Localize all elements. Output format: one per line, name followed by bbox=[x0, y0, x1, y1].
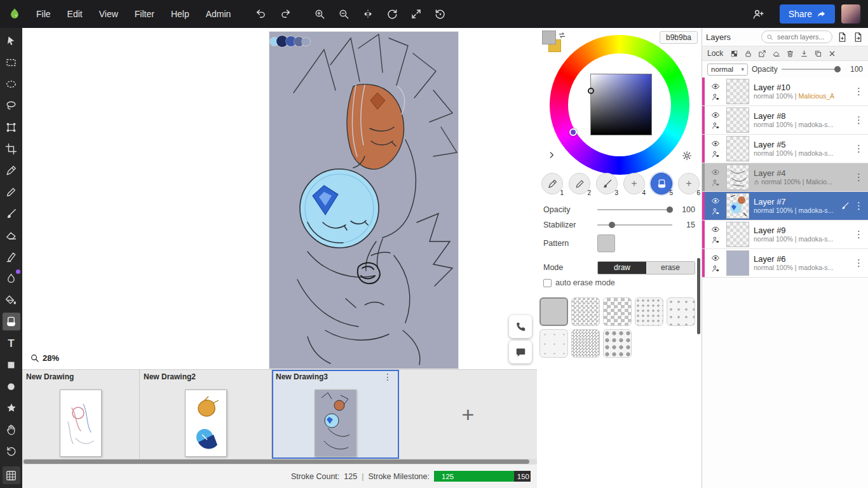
pattern-option-checker[interactable] bbox=[603, 297, 632, 326]
tabs-horizontal-scrollbar[interactable] bbox=[22, 459, 537, 464]
stabilizer-slider[interactable] bbox=[597, 221, 672, 229]
layer-thumbnail[interactable] bbox=[726, 107, 749, 133]
fit-screen-button[interactable] bbox=[407, 4, 426, 24]
layer-others-visibility-icon[interactable] bbox=[712, 207, 720, 215]
layer-thumbnail[interactable] bbox=[726, 79, 749, 104]
lock-transparency-icon[interactable] bbox=[730, 50, 738, 58]
layer-row-10[interactable]: Layer #10 normal 100% |Malicious_A ⋮ bbox=[702, 78, 868, 106]
tab-new-drawing[interactable]: New Drawing bbox=[22, 370, 140, 459]
chat-button[interactable] bbox=[509, 341, 532, 363]
swap-colors-button[interactable] bbox=[558, 30, 566, 42]
brush-slot-2[interactable]: 2 bbox=[569, 173, 590, 194]
clear-layer-icon[interactable] bbox=[772, 50, 780, 58]
merge-down-icon[interactable] bbox=[800, 50, 808, 58]
rectangle-shape-tool[interactable] bbox=[3, 356, 20, 374]
pattern-swatch-button[interactable] bbox=[597, 234, 615, 252]
menu-file[interactable]: File bbox=[28, 0, 59, 28]
voice-call-button[interactable] bbox=[509, 315, 532, 338]
menu-edit[interactable]: Edit bbox=[59, 0, 91, 28]
opacity-slider-knob[interactable] bbox=[667, 207, 673, 213]
auto-erase-checkbox[interactable] bbox=[543, 279, 552, 287]
rotate-view-button[interactable] bbox=[383, 4, 402, 24]
brush-tool[interactable] bbox=[3, 205, 20, 222]
layer-menu-button[interactable]: ⋮ bbox=[850, 229, 868, 240]
drawing-canvas[interactable] bbox=[269, 32, 458, 369]
layer-visibility-icon[interactable] bbox=[711, 168, 720, 177]
layer-visibility-icon[interactable] bbox=[711, 196, 720, 205]
layer-opacity-slider[interactable] bbox=[782, 65, 840, 73]
layer-visibility-icon[interactable] bbox=[711, 82, 720, 91]
eraser-tool[interactable] bbox=[3, 226, 20, 244]
pattern-option-dots-large[interactable] bbox=[603, 329, 632, 358]
layer-thumbnail[interactable] bbox=[726, 165, 749, 190]
delete-layer-icon[interactable] bbox=[786, 50, 794, 58]
layer-menu-button[interactable]: ⋮ bbox=[850, 114, 868, 126]
layer-visibility-icon[interactable] bbox=[711, 111, 720, 119]
zoom-in-button[interactable] bbox=[310, 4, 329, 24]
layer-others-visibility-icon[interactable] bbox=[712, 93, 720, 101]
fill-tool[interactable] bbox=[3, 291, 20, 309]
timeline-button[interactable] bbox=[3, 466, 20, 484]
layer-menu-button[interactable]: ⋮ bbox=[850, 200, 868, 212]
import-layer-button[interactable] bbox=[851, 30, 864, 43]
layer-others-visibility-icon[interactable] bbox=[712, 264, 720, 273]
brush-slot-5[interactable]: 5 bbox=[651, 173, 672, 194]
invite-user-button[interactable] bbox=[749, 4, 768, 24]
layer-thumbnail[interactable] bbox=[726, 222, 749, 247]
layer-row-4[interactable]: Layer #4 normal 100% |Malicio... ⋮ bbox=[702, 163, 868, 192]
hand-tool[interactable] bbox=[3, 421, 20, 438]
brush-slot-3[interactable]: 3 bbox=[596, 173, 618, 194]
reset-view-button[interactable] bbox=[431, 4, 450, 24]
user-avatar[interactable] bbox=[841, 4, 860, 24]
saturation-value-cursor[interactable] bbox=[588, 88, 594, 94]
tab-thumbnail[interactable] bbox=[60, 390, 102, 457]
layer-row-6[interactable]: Layer #6 normal 100% |madoka-s... ⋮ bbox=[702, 249, 868, 278]
pattern-option-dots[interactable] bbox=[667, 297, 695, 326]
pencil-tool[interactable] bbox=[3, 183, 20, 201]
layer-search-input[interactable] bbox=[776, 32, 827, 41]
pattern-option-weave[interactable] bbox=[571, 329, 600, 358]
text-tool[interactable]: T bbox=[3, 334, 20, 352]
layer-visibility-icon[interactable] bbox=[711, 225, 720, 234]
layer-thumbnail[interactable] bbox=[726, 250, 749, 276]
tab-new-drawing3[interactable]: New Drawing3 ⋮ bbox=[272, 370, 399, 459]
layer-thumbnail[interactable] bbox=[726, 136, 749, 161]
panel-vertical-scrollbar[interactable] bbox=[697, 258, 700, 334]
layer-others-visibility-icon[interactable] bbox=[712, 236, 720, 244]
rect-select-tool[interactable] bbox=[3, 53, 20, 71]
pattern-option-dots-sparse[interactable] bbox=[539, 329, 568, 358]
scrollbar-thumb[interactable] bbox=[24, 459, 529, 464]
add-layer-button[interactable] bbox=[836, 30, 848, 43]
saturation-value-square[interactable] bbox=[590, 74, 652, 135]
menu-help[interactable]: Help bbox=[163, 0, 198, 28]
stabilizer-slider-knob[interactable] bbox=[609, 222, 615, 228]
hex-color-value[interactable]: b9b9ba bbox=[660, 31, 698, 44]
marker-tool[interactable] bbox=[3, 248, 20, 266]
layer-others-visibility-icon[interactable] bbox=[712, 179, 720, 187]
layer-row-9[interactable]: Layer #9 normal 100% |madoka-s... ⋮ bbox=[702, 220, 868, 249]
layer-opacity-knob[interactable] bbox=[834, 66, 841, 72]
smudge-tool[interactable] bbox=[3, 269, 20, 287]
zoom-out-button[interactable] bbox=[334, 4, 353, 24]
menu-view[interactable]: View bbox=[91, 0, 126, 28]
brush-slot-4[interactable]: +4 bbox=[623, 173, 645, 194]
lock-pixels-icon[interactable] bbox=[744, 50, 752, 58]
canvas-viewport[interactable]: 28% bbox=[22, 28, 537, 369]
tab-new-drawing2[interactable]: New Drawing2 bbox=[140, 370, 272, 459]
tab-menu-button[interactable]: ⋮ bbox=[381, 372, 395, 381]
add-drawing-button[interactable]: + bbox=[399, 370, 537, 459]
history-tool[interactable] bbox=[3, 442, 20, 460]
tab-thumbnail[interactable] bbox=[315, 390, 356, 457]
layer-menu-button[interactable]: ⋮ bbox=[850, 143, 868, 154]
layer-search-box[interactable] bbox=[761, 30, 832, 43]
duplicate-layer-icon[interactable] bbox=[814, 50, 822, 58]
draw-mode-button[interactable]: draw bbox=[598, 262, 646, 274]
share-button[interactable]: Share bbox=[780, 4, 835, 24]
cut-layer-icon[interactable] bbox=[828, 50, 836, 58]
color-settings-button[interactable] bbox=[682, 151, 692, 163]
pattern-option-checker-fine[interactable] bbox=[571, 297, 600, 326]
layer-menu-button[interactable]: ⋮ bbox=[850, 86, 868, 97]
star-shape-tool[interactable] bbox=[3, 399, 20, 417]
mirror-view-button[interactable] bbox=[358, 4, 377, 24]
transform-tool[interactable] bbox=[3, 118, 20, 136]
